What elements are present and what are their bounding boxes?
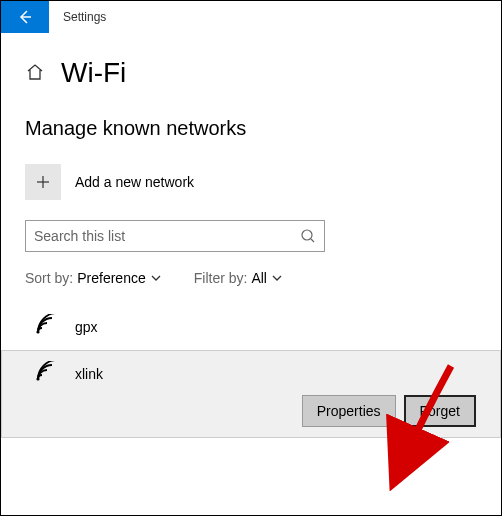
- svg-point-3: [302, 230, 312, 240]
- network-item-xlink[interactable]: xlink Properties Forget: [1, 350, 501, 438]
- chevron-down-icon: [271, 272, 283, 284]
- network-name: gpx: [75, 319, 98, 335]
- wifi-icon: [33, 361, 59, 387]
- add-network-label: Add a new network: [75, 174, 194, 190]
- sort-dropdown[interactable]: Sort by: Preference: [25, 270, 162, 286]
- titlebar-label: Settings: [63, 10, 106, 24]
- section-title: Manage known networks: [25, 117, 477, 140]
- filter-dropdown[interactable]: Filter by: All: [194, 270, 283, 286]
- svg-point-6: [36, 377, 39, 380]
- network-item-gpx[interactable]: gpx: [25, 304, 477, 350]
- add-network-button[interactable]: Add a new network: [25, 164, 477, 200]
- sort-label: Sort by:: [25, 270, 73, 286]
- page-header: Wi-Fi: [25, 57, 477, 89]
- forget-button[interactable]: Forget: [404, 395, 476, 427]
- filter-value: All: [251, 270, 267, 286]
- network-name: xlink: [75, 366, 103, 382]
- titlebar: Settings: [1, 1, 501, 33]
- filter-row: Sort by: Preference Filter by: All: [25, 270, 477, 286]
- properties-button[interactable]: Properties: [302, 395, 396, 427]
- plus-icon: [25, 164, 61, 200]
- sort-value: Preference: [77, 270, 145, 286]
- arrow-left-icon: [16, 8, 34, 26]
- wifi-icon: [33, 314, 59, 340]
- home-icon[interactable]: [25, 62, 45, 86]
- svg-point-5: [36, 330, 39, 333]
- svg-line-4: [311, 239, 314, 242]
- chevron-down-icon: [150, 272, 162, 284]
- filter-label: Filter by:: [194, 270, 248, 286]
- search-box[interactable]: [25, 220, 325, 252]
- page-title: Wi-Fi: [61, 57, 126, 89]
- action-buttons: Properties Forget: [302, 395, 476, 427]
- search-icon: [300, 228, 316, 244]
- back-button[interactable]: [1, 1, 49, 33]
- search-input[interactable]: [34, 228, 300, 244]
